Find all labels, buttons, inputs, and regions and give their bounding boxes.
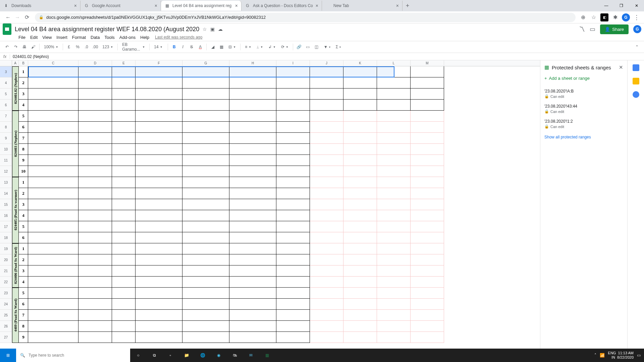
cell[interactable]: 7 (19, 310, 28, 321)
cell[interactable] (28, 111, 78, 122)
cell[interactable] (377, 254, 411, 265)
zoom-icon[interactable]: ⊕ (579, 13, 587, 21)
cell[interactable] (310, 100, 343, 111)
cell[interactable] (343, 188, 377, 199)
paint-format-button[interactable]: 🖌 (30, 43, 37, 51)
cell[interactable] (112, 177, 136, 188)
cell[interactable] (136, 232, 182, 243)
sheets-logo-icon[interactable] (3, 23, 11, 35)
cell[interactable]: 6 (19, 232, 28, 243)
reload-button[interactable]: ⟳ (22, 13, 32, 22)
tasks-icon[interactable] (633, 91, 639, 98)
close-tab-icon[interactable]: × (155, 3, 157, 8)
menu-edit[interactable]: Edit (28, 34, 40, 41)
cell[interactable] (78, 111, 112, 122)
cell[interactable]: 9 (19, 332, 28, 343)
cell[interactable] (136, 210, 182, 221)
cell[interactable] (377, 66, 411, 77)
column-header[interactable]: G (182, 60, 229, 66)
excel-icon[interactable]: ▦ (259, 349, 275, 362)
cell[interactable]: 6 (19, 122, 28, 133)
cell[interactable] (411, 100, 444, 111)
menu-tools[interactable]: Tools (102, 34, 117, 41)
forward-button[interactable]: → (13, 13, 22, 22)
cell[interactable] (343, 122, 377, 133)
cell[interactable] (343, 144, 377, 155)
star-icon[interactable]: ☆ (203, 26, 207, 32)
cell[interactable] (78, 321, 112, 332)
cell[interactable] (182, 232, 229, 243)
cell[interactable] (377, 177, 411, 188)
italic-button[interactable]: I (179, 43, 186, 51)
menu-insert[interactable]: Insert (54, 34, 70, 41)
cell[interactable] (229, 77, 276, 88)
cell[interactable] (112, 210, 136, 221)
row-header[interactable]: 4 (0, 77, 12, 88)
cell[interactable] (377, 310, 411, 321)
cell[interactable] (411, 243, 444, 254)
start-button[interactable]: ⊞ (0, 349, 16, 362)
cell[interactable] (78, 199, 112, 210)
row-header[interactable]: 19 (0, 243, 12, 254)
row-header[interactable]: 14 (0, 188, 12, 199)
cell[interactable] (112, 310, 136, 321)
menu-view[interactable]: View (40, 34, 54, 41)
cell[interactable] (343, 88, 377, 100)
cell[interactable] (136, 321, 182, 332)
row-header[interactable]: 10 (0, 144, 12, 155)
task-view-icon[interactable]: ⧉ (146, 349, 162, 362)
rotate-button[interactable]: ⟳▼ (279, 45, 290, 49)
cell[interactable] (377, 210, 411, 221)
cell[interactable]: 8 (19, 144, 28, 155)
functions-button[interactable]: Σ▾ (334, 45, 343, 49)
row-header[interactable]: 3 (0, 66, 12, 77)
cell[interactable] (229, 265, 276, 277)
cell[interactable] (112, 188, 136, 199)
store-icon[interactable]: 🛍 (227, 349, 243, 362)
collapse-toolbar-button[interactable]: ⌃ (633, 43, 641, 51)
cell[interactable] (276, 299, 310, 310)
cell[interactable] (310, 166, 343, 177)
column-header[interactable]: C (28, 60, 78, 66)
row-header[interactable]: 17 (0, 221, 12, 232)
column-header[interactable]: A (12, 60, 19, 66)
cell[interactable] (276, 199, 310, 210)
cell[interactable]: 5 (19, 221, 28, 232)
cell[interactable] (411, 77, 444, 88)
cell[interactable] (411, 88, 444, 100)
cell[interactable] (343, 66, 377, 77)
cell[interactable] (310, 77, 343, 88)
menu-file[interactable]: File (16, 34, 28, 41)
cell[interactable] (343, 332, 377, 343)
cell[interactable] (377, 133, 411, 144)
cell[interactable] (78, 100, 112, 111)
cell[interactable] (377, 299, 411, 310)
cell[interactable]: 1 (19, 177, 28, 188)
column-header[interactable]: E (112, 60, 136, 66)
cell[interactable] (182, 122, 229, 133)
borders-button[interactable]: ▦ (218, 43, 225, 51)
document-title[interactable]: Level 04 B4 area assignment register WEF… (15, 26, 199, 33)
cell[interactable] (136, 66, 182, 77)
cell[interactable] (411, 177, 444, 188)
cell[interactable] (276, 177, 310, 188)
cell[interactable] (28, 243, 78, 254)
cell[interactable] (343, 321, 377, 332)
cortana-icon[interactable]: ○ (130, 349, 146, 362)
cell[interactable] (310, 243, 343, 254)
cell[interactable] (343, 277, 377, 288)
bold-button[interactable]: B (170, 43, 178, 51)
cell[interactable] (112, 111, 136, 122)
edge-icon[interactable]: ◉ (211, 349, 227, 362)
cell[interactable] (229, 332, 276, 343)
cell[interactable] (276, 265, 310, 277)
cell[interactable] (310, 88, 343, 100)
cell[interactable] (136, 310, 182, 321)
add-range-button[interactable]: + Add a sheet or range (544, 76, 623, 81)
cell[interactable] (343, 221, 377, 232)
cell[interactable] (229, 66, 276, 77)
cell[interactable] (411, 122, 444, 133)
keep-icon[interactable] (633, 78, 639, 84)
cell[interactable] (377, 265, 411, 277)
cell[interactable] (411, 133, 444, 144)
